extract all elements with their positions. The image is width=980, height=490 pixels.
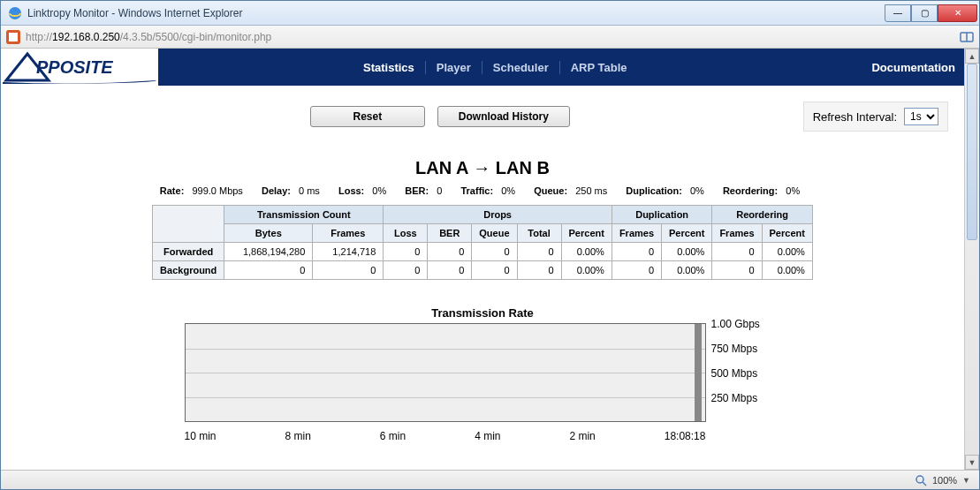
cell: 0 bbox=[517, 243, 561, 261]
ylabel: 1.00 Gbps bbox=[711, 318, 760, 330]
nav-documentation[interactable]: Documentation bbox=[871, 61, 955, 74]
cell: 0.00% bbox=[762, 261, 812, 280]
cell: 0 bbox=[712, 243, 762, 261]
th-queue: Queue bbox=[472, 224, 517, 243]
cell: 0 bbox=[428, 261, 472, 280]
statusbar: 100% ▼ bbox=[1, 470, 979, 489]
refresh-label: Refresh Interval: bbox=[813, 110, 897, 124]
svg-rect-2 bbox=[9, 33, 18, 41]
reset-button[interactable]: Reset bbox=[310, 106, 425, 127]
magnifier-icon[interactable] bbox=[915, 474, 927, 486]
xlabel: 6 min bbox=[380, 430, 406, 442]
window-close-button[interactable]: ✕ bbox=[938, 4, 977, 22]
row-forwarded-label: Forwarded bbox=[153, 243, 224, 261]
th-dup-percent: Percent bbox=[662, 224, 712, 243]
th-dup-frames: Frames bbox=[612, 224, 661, 243]
stats-table: Transmission Count Drops Duplication Reo… bbox=[152, 205, 813, 280]
cell: 0.00% bbox=[762, 243, 812, 261]
cell: 0.00% bbox=[662, 243, 712, 261]
table-row: Forwarded 1,868,194,280 1,214,718 0 0 0 … bbox=[153, 243, 813, 261]
window-minimize-button[interactable]: — bbox=[885, 4, 911, 22]
cell: 0 bbox=[612, 243, 661, 261]
cell: 0 bbox=[384, 261, 428, 280]
url-display[interactable]: http://192.168.0.250/4.3.5b/5500/cgi-bin… bbox=[26, 31, 271, 43]
cell: 0 bbox=[472, 261, 517, 280]
svg-text:PPOSITE: PPOSITE bbox=[36, 57, 113, 77]
refresh-interval-panel: Refresh Interval: 1s bbox=[803, 102, 948, 132]
cell: 0.00% bbox=[662, 261, 712, 280]
xlabel: 2 min bbox=[569, 430, 595, 442]
download-history-button[interactable]: Download History bbox=[437, 106, 570, 127]
cell: 0 bbox=[224, 261, 313, 280]
cell: 0 bbox=[313, 261, 384, 280]
cell: 1,868,194,280 bbox=[224, 243, 313, 261]
url-path: /4.3.5b/5500/cgi-bin/monitor.php bbox=[120, 31, 271, 43]
url-host: 192.168.0.250 bbox=[52, 31, 120, 43]
th-percent: Percent bbox=[561, 224, 612, 243]
zoom-dropdown-icon[interactable]: ▼ bbox=[962, 476, 970, 485]
th-bytes: Bytes bbox=[224, 224, 313, 243]
titlebar: Linktropy Monitor - Windows Internet Exp… bbox=[1, 1, 979, 26]
ie-icon bbox=[8, 6, 22, 20]
chart-current-bar bbox=[695, 324, 702, 421]
scroll-thumb[interactable] bbox=[967, 64, 977, 240]
direction-heading: LAN A → LAN B bbox=[1, 158, 964, 178]
url-prefix: http:// bbox=[26, 31, 52, 43]
table-row: Background 0 0 0 0 0 0 0.00% 0 0.00% 0 0… bbox=[153, 261, 813, 280]
favicon-icon bbox=[6, 30, 20, 44]
xlabel: 18:08:18 bbox=[665, 430, 706, 442]
params-row: Rate: 999.0 Mbps Delay: 0 ms Loss: 0% BE… bbox=[1, 185, 964, 196]
cell: 0 bbox=[517, 261, 561, 280]
col-drops: Drops bbox=[384, 206, 612, 224]
scroll-up-button[interactable]: ▲ bbox=[965, 49, 979, 64]
cell: 0.00% bbox=[561, 243, 612, 261]
col-duplication: Duplication bbox=[612, 206, 712, 224]
svg-point-7 bbox=[916, 476, 923, 483]
vertical-scrollbar[interactable]: ▲ ▼ bbox=[964, 49, 979, 470]
address-bar: http://192.168.0.250/4.3.5b/5500/cgi-bin… bbox=[1, 26, 979, 49]
compat-view-icon[interactable] bbox=[960, 30, 974, 44]
chart-y-axis: 1.00 Gbps 750 Mbps 500 Mbps 250 Mbps bbox=[706, 323, 781, 422]
cell: 0 bbox=[612, 261, 661, 280]
ylabel: 250 Mbps bbox=[711, 392, 758, 404]
th-total: Total bbox=[517, 224, 561, 243]
row-background-label: Background bbox=[153, 261, 224, 280]
cell: 0.00% bbox=[561, 261, 612, 280]
xlabel: 8 min bbox=[285, 430, 311, 442]
transmission-rate-chart bbox=[185, 323, 706, 422]
nav-arp-table[interactable]: ARP Table bbox=[560, 61, 638, 74]
cell: 0 bbox=[712, 261, 762, 280]
th-reorder-percent: Percent bbox=[762, 224, 812, 243]
ylabel: 500 Mbps bbox=[711, 367, 758, 380]
svg-point-0 bbox=[9, 7, 21, 19]
window-maximize-button[interactable]: ▢ bbox=[911, 4, 938, 22]
zoom-level[interactable]: 100% bbox=[932, 475, 957, 486]
cell: 0 bbox=[472, 243, 517, 261]
ylabel: 750 Mbps bbox=[711, 343, 758, 355]
refresh-interval-select[interactable]: 1s bbox=[904, 108, 938, 125]
cell: 0 bbox=[428, 243, 472, 261]
th-frames: Frames bbox=[313, 224, 384, 243]
chart-title: Transmission Rate bbox=[1, 306, 964, 320]
cell: 1,214,718 bbox=[313, 243, 384, 261]
xlabel: 10 min bbox=[185, 430, 217, 442]
th-reorder-frames: Frames bbox=[712, 224, 762, 243]
col-transmission: Transmission Count bbox=[224, 206, 384, 224]
th-ber: BER bbox=[428, 224, 472, 243]
cell: 0 bbox=[384, 243, 428, 261]
svg-text:TECHNOLOGIES: TECHNOLOGIES bbox=[98, 77, 144, 82]
xlabel: 4 min bbox=[475, 430, 500, 442]
svg-line-8 bbox=[923, 482, 926, 486]
chart-x-axis: 10 min 8 min 6 min 4 min 2 min 18:08:18 bbox=[185, 425, 706, 442]
nav-player[interactable]: Player bbox=[426, 61, 482, 74]
logo: PPOSITE TECHNOLOGIES bbox=[1, 49, 158, 86]
nav-statistics[interactable]: Statistics bbox=[353, 61, 426, 74]
th-loss: Loss bbox=[384, 224, 428, 243]
col-reordering: Reordering bbox=[712, 206, 813, 224]
scroll-down-button[interactable]: ▼ bbox=[965, 455, 979, 470]
window-title: Linktropy Monitor - Windows Internet Exp… bbox=[27, 7, 242, 19]
navbar: PPOSITE TECHNOLOGIES Statistics Player S… bbox=[1, 49, 964, 86]
nav-links: Statistics Player Scheduler ARP Table bbox=[353, 61, 638, 74]
nav-scheduler[interactable]: Scheduler bbox=[482, 61, 560, 74]
